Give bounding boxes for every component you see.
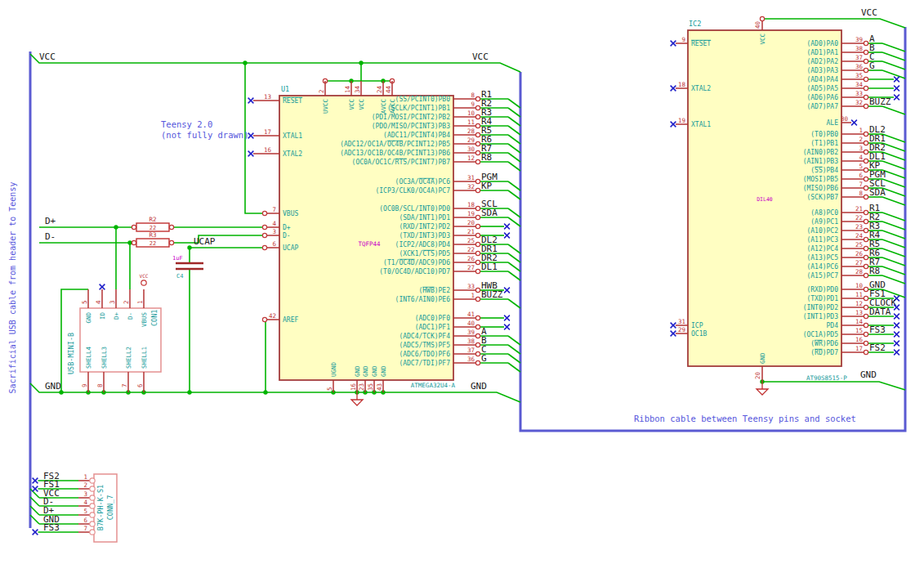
- net-label-KP[interactable]: KP: [481, 181, 493, 191]
- pin-end-circle: [864, 323, 868, 327]
- net-label-BUZZ[interactable]: BUZZ: [869, 96, 891, 107]
- wire: [508, 190, 520, 199]
- net-label-FS2[interactable]: FS2: [869, 342, 886, 353]
- no-connect-icon: [248, 133, 254, 139]
- pin-end-circle: [864, 195, 868, 199]
- net-label-FS3[interactable]: FS3: [43, 522, 60, 533]
- pin-name: (INT1)PD3: [803, 313, 839, 320]
- pin-end-circle: [90, 478, 95, 483]
- pin-number: 33: [467, 283, 475, 290]
- no-connect-icon: [671, 331, 676, 337]
- net-label-UCAP[interactable]: UCAP: [194, 236, 216, 247]
- wire: [882, 52, 905, 60]
- pin-end-circle: [262, 317, 266, 321]
- resistor-r2[interactable]: R222: [132, 216, 173, 231]
- pin-end-circle: [864, 255, 868, 259]
- net-label-VCC[interactable]: VCC: [472, 51, 489, 62]
- pin-number: 22: [467, 246, 475, 253]
- wire: [508, 271, 520, 280]
- pin-name: (T0)PB0: [810, 131, 838, 138]
- pin-number: 30: [467, 145, 475, 153]
- wire: [882, 188, 905, 196]
- net-label-R8[interactable]: R8: [869, 266, 880, 276]
- pin-number: 20: [754, 371, 761, 379]
- comment-usb-cable[interactable]: Sacrificial USB cable from header to Tee…: [8, 182, 17, 394]
- pin-name: (SS)PB4: [810, 167, 838, 174]
- component-part: ATMEGA32U4-A: [411, 382, 456, 389]
- pin-end-circle: [132, 240, 136, 244]
- net-label-SDA[interactable]: SDA: [481, 208, 498, 218]
- pin-end-circle: [864, 159, 868, 163]
- pin-number: 3: [109, 300, 116, 304]
- pin-end-circle: [864, 341, 868, 345]
- pin-end-circle: [90, 495, 95, 500]
- pin-number: 26: [855, 250, 864, 257]
- net-label-VCC[interactable]: VCC: [39, 51, 56, 62]
- pin-number: 4: [95, 300, 102, 304]
- pin-end-circle: [90, 530, 95, 535]
- junction-dot: [243, 60, 247, 65]
- connector-con1-usb-mini-b[interactable]: USB-MINI-BCON15GND4ID3D+2D-1VBUSVCC9SHEL…: [67, 273, 161, 392]
- pin-name: (INT0)PD2: [803, 304, 839, 311]
- wire: [882, 257, 905, 266]
- pin-number: 1: [136, 300, 144, 304]
- pin-name: (RXD/INT2)PD2: [399, 223, 450, 231]
- pin-number: 26: [467, 255, 475, 262]
- net-label-FS3[interactable]: FS3: [869, 325, 886, 335]
- pin-name: ID: [99, 312, 106, 320]
- net-label-G[interactable]: G: [481, 353, 487, 364]
- pin-name: (SCLK/PCINT1)PB1: [387, 105, 450, 112]
- pin-number: 12: [855, 300, 863, 307]
- comment-teensy[interactable]: Teensy 2.0 (not fully drawn): [161, 119, 248, 141]
- no-connect-icon: [504, 288, 510, 293]
- pin-number: 8: [471, 92, 475, 99]
- pin-name: (HWB)PE2: [418, 287, 450, 294]
- comment-ribbon-cable[interactable]: Ribbon cable between Teensy pins and soc…: [634, 414, 856, 424]
- pin-name: (T1/OC4D/ADC9)PD6: [383, 259, 450, 266]
- ic-u1-atmega32u4[interactable]: U1TQFP44ATMEGA32U4-A2UVCC14VCC34VCC24AVC…: [248, 81, 510, 392]
- pin-end-circle: [864, 210, 868, 214]
- pin-end-circle: [864, 264, 868, 268]
- wire: [508, 336, 520, 345]
- pin-name: (ADC4/TCK)PF4: [399, 333, 450, 340]
- pin-name: (ADC6/TDO)PF6: [399, 351, 450, 358]
- net-label-R8[interactable]: R8: [481, 152, 492, 163]
- pin-end-circle: [90, 521, 95, 526]
- no-connect-icon: [894, 323, 899, 329]
- net-label-DATA[interactable]: DATA: [869, 307, 891, 317]
- pin-number: 20: [467, 219, 475, 226]
- no-connect-icon: [248, 151, 254, 157]
- pin-name: (SCK)PB7: [806, 194, 838, 201]
- schematic-canvas[interactable]: VCCVCCD+D-UCAPGNDGNDVCCGNDU1TQFP44ATMEGA…: [0, 0, 924, 564]
- pin-number: 3: [859, 145, 863, 152]
- ic-ic2-at90s8515[interactable]: IC2DIL40AT90S8515-P40VCC20GND9RESET18XTA…: [671, 16, 899, 395]
- pin-name: XTAL2: [691, 85, 711, 92]
- pin-number: 8: [96, 383, 104, 387]
- pin-name: (AD2)PA2: [806, 58, 838, 65]
- pin-name: D-: [127, 312, 134, 320]
- net-label-G[interactable]: G: [869, 60, 875, 71]
- pin-name: (TXD)PD1: [806, 295, 838, 302]
- pin-end-circle: [864, 41, 868, 45]
- pin-name: (A9)PC1: [810, 218, 838, 226]
- pin-name: GND: [85, 312, 92, 324]
- pin-number: 7: [859, 181, 863, 188]
- wire: [508, 363, 520, 372]
- net-label-D-[interactable]: D-: [45, 231, 56, 242]
- pin-end-circle: [141, 280, 146, 285]
- net-label-VCC[interactable]: VCC: [861, 7, 877, 18]
- net-label-SDA[interactable]: SDA: [869, 187, 886, 198]
- net-label-GND[interactable]: GND: [471, 381, 487, 392]
- pin-name: (OC0A/OC1C/RTS/PCINT7)PB7: [352, 159, 451, 166]
- pin-number: 31: [678, 318, 685, 325]
- net-label-DL1[interactable]: DL1: [481, 262, 498, 272]
- pin-name: (TXD/INT3)PD3: [399, 232, 450, 239]
- resistor-r3[interactable]: R322: [132, 231, 173, 247]
- pin-number: 18: [467, 201, 475, 208]
- net-label-GND[interactable]: GND: [860, 369, 877, 380]
- capacitor-c4[interactable]: 1uFC4: [172, 255, 203, 280]
- net-label-BUZZ[interactable]: BUZZ: [481, 289, 503, 300]
- pin-end-circle: [864, 177, 868, 181]
- net-label-GND[interactable]: GND: [45, 381, 61, 392]
- net-label-D+[interactable]: D+: [45, 216, 56, 226]
